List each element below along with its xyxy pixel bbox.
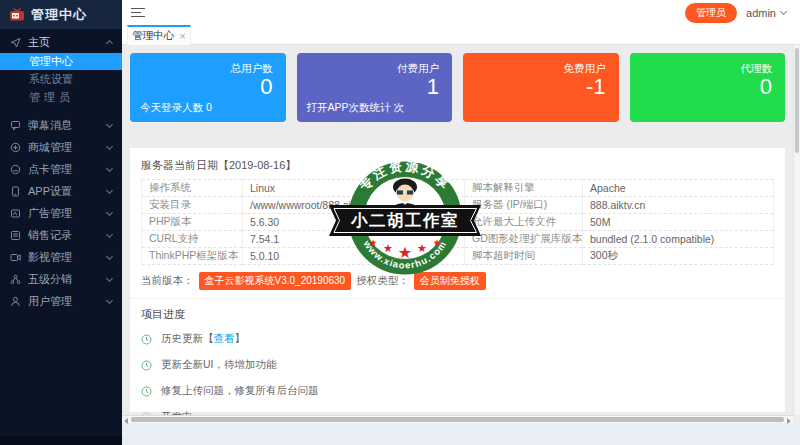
sidebar-item-administrator[interactable]: 管理员: [0, 89, 122, 106]
chevron-down-icon: [106, 209, 113, 216]
table-row: ThinkPHP框架版本5.0.10 脚本超时时间300秒: [142, 248, 774, 265]
list-item: 开发中.....: [141, 404, 774, 415]
view-link[interactable]: 查看: [214, 332, 235, 344]
chevron-down-icon: [106, 253, 113, 260]
topbar: 管理员 admin: [122, 0, 800, 25]
table-row: 安装目录/www/wwwroot/888.aiktv.cn 服务器 (IP/端口…: [142, 197, 774, 214]
stat-value: -1: [586, 74, 606, 100]
license-badge: 会员制免授权: [414, 272, 486, 290]
stat-value: 1: [427, 74, 439, 100]
share-icon: [10, 274, 21, 285]
chevron-down-icon: [780, 7, 787, 14]
sidebar: 管理中心 主页 管理中心 系统设置 管理员 弹幕消息 商城管理 点卡管理 APP…: [0, 0, 122, 445]
tv-logo-icon: [9, 8, 25, 21]
list-item: 历史更新【查看】: [141, 326, 774, 352]
stat-card-paid-users: 付费用户 1 打开APP次数统计 次: [297, 53, 453, 122]
clock-icon: [141, 386, 152, 397]
chevron-down-icon: [106, 187, 113, 194]
table-row: PHP版本5.6.30 允许最大上传文件50M: [142, 214, 774, 231]
user-icon: [10, 296, 21, 307]
stat-cards: 总用户数 0 今天登录人数 0 付费用户 1 打开APP次数统计 次 免费用户 …: [130, 53, 785, 122]
chevron-up-icon: [106, 40, 113, 47]
user-menu[interactable]: admin: [746, 7, 786, 19]
scroll-right-arrow-icon[interactable]: [787, 418, 791, 424]
bottom-strip: [122, 423, 800, 445]
list-item: 更新全新UI，待增加功能: [141, 352, 774, 378]
scrollbar-thumb[interactable]: [131, 417, 784, 422]
chevron-down-icon: [106, 275, 113, 282]
sidebar-item-admin-center[interactable]: 管理中心: [0, 53, 122, 70]
sidebar-item-danmu[interactable]: 弹幕消息: [0, 115, 122, 136]
card-icon: [10, 164, 21, 175]
sidebar-item-users[interactable]: 用户管理: [0, 291, 122, 312]
table-row: 操作系统Linux 脚本解释引擎Apache: [142, 180, 774, 197]
sidebar-item-system-settings[interactable]: 系统设置: [0, 71, 122, 88]
app-logo: 管理中心: [0, 0, 122, 29]
sidebar-item-movies[interactable]: 影视管理: [0, 247, 122, 268]
sidebar-item-sales[interactable]: 销售记录: [0, 225, 122, 246]
chevron-down-icon: [106, 121, 113, 128]
clock-icon: [141, 334, 152, 345]
scroll-left-arrow-icon[interactable]: [124, 418, 128, 424]
server-info-table: 操作系统Linux 脚本解释引擎Apache 安装目录/www/wwwroot/…: [141, 179, 774, 265]
sidebar-item-point-card[interactable]: 点卡管理: [0, 159, 122, 180]
phone-icon: [10, 186, 21, 197]
version-badge: 盒子云影视系统V3.0_20190630: [199, 272, 352, 290]
vertical-scrollbar[interactable]: [793, 45, 800, 415]
main-content: 总用户数 0 今天登录人数 0 付费用户 1 打开APP次数统计 次 免费用户 …: [122, 45, 793, 415]
chevron-down-icon: [106, 231, 113, 238]
stat-value: 0: [260, 74, 272, 100]
tab-admin-center[interactable]: 管理中心 ×: [127, 25, 191, 45]
chevron-down-icon: [106, 143, 113, 150]
sidebar-item-app-settings[interactable]: APP设置: [0, 181, 122, 202]
username: admin: [746, 7, 776, 19]
sidebar-item-mall[interactable]: 商城管理: [0, 137, 122, 158]
stat-card-agents: 代理数 0: [630, 53, 786, 122]
scrollbar-thumb[interactable]: [795, 48, 799, 153]
progress-title: 项目进度: [141, 299, 774, 326]
video-icon: [10, 252, 21, 263]
sidebar-footer: [0, 436, 122, 445]
list-item: 修复上传问题，修复所有后台问题: [141, 378, 774, 404]
sidebar-item-home[interactable]: 主页: [0, 32, 122, 52]
horizontal-scrollbar[interactable]: [122, 415, 793, 423]
send-icon: [10, 37, 21, 48]
table-row: CURL支持7.54.1 GD图形处理扩展库版本bundled (2.1.0 c…: [142, 231, 774, 248]
chevron-down-icon: [106, 297, 113, 304]
stat-card-free-users: 免费用户 -1: [463, 53, 619, 122]
server-date-title: 服务器当前日期【2019-08-16】: [141, 153, 774, 179]
sidebar-item-ads[interactable]: 广告管理: [0, 203, 122, 224]
server-info-panel: 服务器当前日期【2019-08-16】 操作系统Linux 脚本解释引擎Apac…: [130, 148, 785, 412]
role-button[interactable]: 管理员: [685, 3, 737, 23]
stat-card-total-users: 总用户数 0 今天登录人数 0: [130, 53, 286, 122]
sidebar-item-distribution[interactable]: 五级分销: [0, 269, 122, 290]
list-icon: [10, 230, 21, 241]
ad-icon: [10, 208, 21, 219]
license-label: 授权类型：: [356, 274, 409, 288]
sidebar-groups: 弹幕消息 商城管理 点卡管理 APP设置 广告管理 销售记录 影视管理 五级分: [0, 115, 122, 312]
clock-icon: [141, 360, 152, 371]
stat-value: 0: [760, 74, 772, 100]
version-label: 当前版本：: [141, 274, 194, 288]
version-row: 当前版本： 盒子云影视系统V3.0_20190630 授权类型： 会员制免授权: [141, 272, 774, 290]
sidebar-item-label: 主页: [28, 35, 100, 50]
store-icon: [10, 142, 21, 153]
chevron-down-icon: [106, 165, 113, 172]
chat-icon: [10, 120, 21, 131]
tabbar: 管理中心 ×: [122, 25, 800, 45]
menu-toggle-icon[interactable]: [131, 5, 145, 20]
close-icon[interactable]: ×: [179, 31, 185, 42]
app-title: 管理中心: [31, 6, 87, 24]
